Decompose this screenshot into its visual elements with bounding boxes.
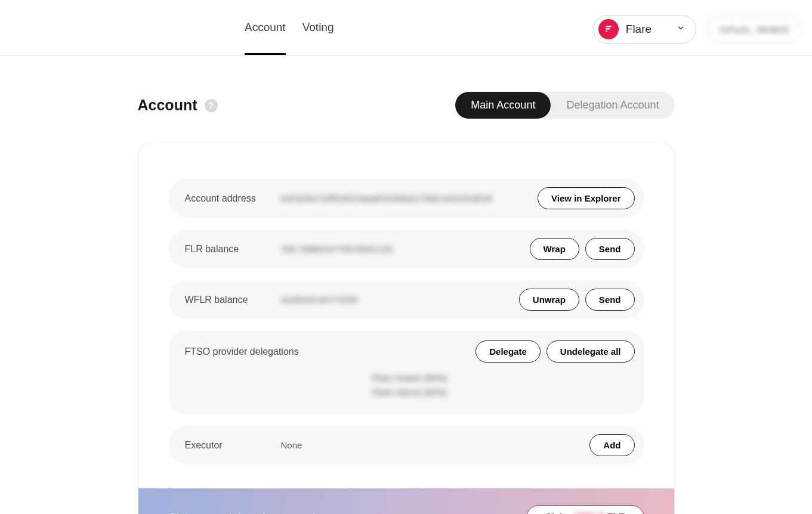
delegations-list: Flare Oracle (80%) Flare Dienst (40%) — [185, 371, 635, 400]
unwrap-button[interactable]: Unwrap — [519, 289, 579, 311]
top-nav: Account Voting — [245, 1, 334, 55]
wrap-button[interactable]: Wrap — [530, 238, 579, 260]
value-wflr-balance: 4328329.60772539 — [281, 295, 510, 305]
value-flr-balance: 786.7668410776578441123 — [281, 244, 520, 254]
page-title: Account — [138, 97, 197, 114]
claim-bar: Claim your delegation rewards Claim 1001… — [138, 488, 674, 514]
value-account-address: 0xFa2b4710f924014aaaf1028dcb178dCcA41024… — [281, 193, 529, 203]
row-executor: Executor None Add — [168, 426, 644, 465]
label-ftso-delegations: FTSO provider delegations — [185, 346, 467, 357]
network-name: Flare — [626, 23, 652, 36]
account-card: Account address 0xFa2b4710f924014aaaf102… — [138, 143, 675, 514]
nav-account[interactable]: Account — [245, 1, 286, 55]
claim-text: Claim your delegation rewards — [168, 511, 322, 514]
add-executor-button[interactable]: Add — [589, 434, 634, 456]
claim-button[interactable]: Claim 1001.7 FLR — [526, 505, 644, 514]
view-in-explorer-button[interactable]: View in Explorer — [538, 187, 634, 209]
wallet-button[interactable]: 0xFa2b...9E0B26 — [706, 17, 802, 42]
label-flr-balance: FLR balance — [185, 244, 271, 255]
row-flr-balance: FLR balance 786.7668410776578441123 Wrap… — [168, 230, 644, 268]
network-selector[interactable]: Flare — [593, 15, 696, 44]
tab-delegation-account[interactable]: Delegation Account — [551, 92, 674, 119]
send-flr-button[interactable]: Send — [585, 238, 635, 260]
row-ftso-delegations: FTSO provider delegations Delegate Undel… — [168, 331, 644, 414]
list-item: Flare Dienst (40%) — [185, 385, 635, 400]
chevron-down-icon — [677, 24, 685, 35]
flare-logo-icon — [598, 19, 619, 39]
list-item: Flare Oracle (80%) — [185, 371, 635, 385]
account-segmented-control: Main Account Delegation Account — [455, 92, 674, 119]
delegate-button[interactable]: Delegate — [476, 340, 541, 363]
label-account-address: Account address — [185, 193, 271, 204]
tab-main-account[interactable]: Main Account — [455, 92, 551, 119]
nav-voting[interactable]: Voting — [302, 1, 334, 55]
help-icon[interactable]: ? — [205, 99, 218, 112]
row-wflr-balance: WFLR balance 4328329.60772539 Unwrap Sen… — [168, 280, 644, 319]
undelegate-all-button[interactable]: Undelegate all — [547, 340, 635, 363]
send-wflr-button[interactable]: Send — [585, 289, 635, 311]
label-wflr-balance: WFLR balance — [185, 295, 271, 305]
row-account-address: Account address 0xFa2b4710f924014aaaf102… — [168, 179, 644, 218]
label-executor: Executor — [185, 440, 271, 451]
value-executor: None — [281, 440, 581, 450]
